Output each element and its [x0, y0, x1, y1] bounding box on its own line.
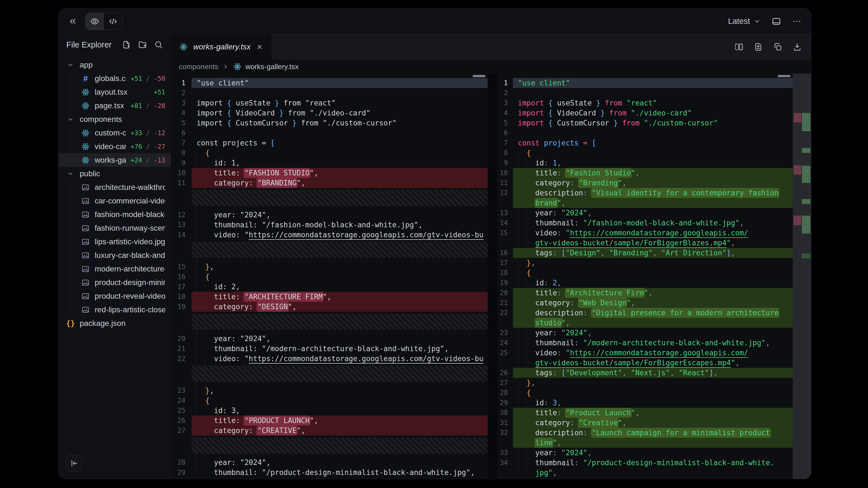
file-item-video-card.tsx[interactable]: video-card.tsx+76 / -27 [59, 140, 171, 153]
file-item-car-commercial-video[interactable]: car-commercial-video… [59, 194, 171, 208]
horizontal-scrollbar-thumb[interactable] [473, 75, 485, 77]
tab-works-gallery[interactable]: works-gallery.tsx [171, 34, 272, 60]
code-line[interactable]: 3import { useState } from "react" [171, 98, 488, 108]
code-line[interactable]: 8 { [171, 148, 488, 158]
code-line[interactable]: 16 { [171, 272, 488, 282]
file-item-product-reveal-video.j[interactable]: product-reveal-video.j… [59, 289, 171, 303]
collapse-panel-icon[interactable] [68, 17, 78, 26]
file-item-fashion-runway-scen[interactable]: fashion-runway-scen… [59, 221, 171, 235]
code-line[interactable]: 15 }, [171, 262, 488, 272]
code-line[interactable]: 1"use client" [497, 78, 793, 88]
code-line[interactable]: 32 description: "Launch campaign for a m… [497, 428, 793, 438]
file-item-product-design-minim[interactable]: product-design-minim… [59, 275, 171, 289]
code-line[interactable]: 23 year: "2024", [497, 328, 793, 338]
code-line[interactable]: 25 video: "https://commondatastorage.goo… [497, 348, 793, 358]
code-line[interactable]: 11 category: "Branding", [497, 178, 793, 188]
code-line[interactable]: 26 tags: ["Development", "Next.js", "Rea… [497, 368, 793, 378]
file-item-architecture-walkthro[interactable]: architecture-walkthro… [59, 181, 171, 194]
file-item-package.json[interactable]: {}package.json [59, 317, 171, 330]
diff-pane-original[interactable]: 1"use client"23import { useState } from … [171, 73, 488, 479]
code-line[interactable]: 26 title: "PRODUCT LAUNCH", [171, 416, 488, 426]
code-line[interactable]: 12 year: "2024", [171, 210, 488, 220]
code-line[interactable]: 14 video: "https://commondatastorage.goo… [171, 230, 488, 240]
breadcrumb-file[interactable]: works-gallery.tsx [233, 62, 299, 71]
code-line[interactable]: 10 title: "Fashion Studio", [497, 168, 793, 178]
code-line[interactable]: 11 category: "BRANDING", [171, 178, 488, 188]
code-line[interactable]: 13 year: "2024", [497, 208, 793, 218]
code-line[interactable]: 18 title: "ARCHITECTURE FIRM", [171, 292, 488, 302]
folder-item-app[interactable]: app [59, 58, 171, 72]
code-line[interactable]: 17 }, [497, 258, 793, 268]
diff-pane-modified[interactable]: 1"use client"23import { useState } from … [497, 73, 793, 479]
code-line[interactable]: 28 { [497, 388, 793, 398]
code-line[interactable]: 22 description: "Digital presence for a … [497, 308, 793, 318]
code-line[interactable]: 8 { [497, 148, 793, 158]
diff-minimap-scrollbar[interactable] [793, 73, 811, 479]
code-line[interactable]: 2 [497, 88, 793, 98]
tab-close-icon[interactable] [256, 43, 263, 51]
folder-item-components[interactable]: components [59, 112, 171, 126]
code-line[interactable]: 28 year: "2024", [171, 457, 488, 467]
file-item-custom-curs[interactable]: custom-curs…+33 / -12 [59, 126, 171, 140]
code-line-wrap[interactable]: jpg", [497, 468, 793, 478]
code-line[interactable]: 9 id: 1, [497, 158, 793, 168]
code-line[interactable]: 4import { VideoCard } from "./video-card… [171, 108, 488, 118]
code-line[interactable]: 15 video: "https://commondatastorage.goo… [497, 228, 793, 238]
code-line[interactable]: 7const projects = [ [497, 138, 793, 148]
code-line[interactable]: 27 }, [497, 378, 793, 388]
file-item-globals.css[interactable]: #globals.css+51 / -50 [59, 72, 171, 85]
code-line[interactable]: 6 [171, 128, 488, 138]
more-options-icon[interactable] [792, 17, 802, 26]
code-line[interactable]: 18 { [497, 268, 793, 278]
code-line[interactable]: 19 category: "DESIGN", [171, 302, 488, 312]
code-line[interactable]: 21 thumbnail: "/modern-architecture-blac… [171, 344, 488, 354]
preview-eye-toggle[interactable] [86, 13, 104, 30]
code-line[interactable]: 6 [497, 128, 793, 138]
new-file-icon[interactable] [122, 40, 131, 49]
code-line[interactable]: 9 id: 1, [171, 158, 488, 168]
collapse-sidebar-button[interactable] [66, 455, 83, 471]
code-line[interactable]: 10 title: "FASHION STUDIO", [171, 168, 488, 178]
file-item-works-galler[interactable]: works-galler…+24 / -13 [59, 153, 171, 167]
diff-view-icon[interactable] [754, 42, 763, 51]
code-line[interactable]: 17 id: 2, [171, 282, 488, 292]
code-line-wrap[interactable]: brand", [497, 198, 793, 208]
horizontal-scrollbar-thumb[interactable] [778, 75, 790, 77]
code-line[interactable]: 4import { VideoCard } from "./video-card… [497, 108, 793, 118]
code-line[interactable]: 31 category: "Creative", [497, 418, 793, 428]
code-view-toggle[interactable] [104, 13, 122, 30]
file-item-luxury-car-black-and-[interactable]: luxury-car-black-and-… [59, 249, 171, 262]
code-line[interactable]: 1"use client" [171, 78, 488, 88]
code-line-wrap[interactable]: studio", [497, 318, 793, 328]
code-line[interactable]: 24 { [171, 396, 488, 405]
code-line[interactable]: 29 id: 3, [497, 398, 793, 408]
code-line[interactable]: 14 thumbnail: "/fashion-model-black-and-… [497, 218, 793, 228]
split-view-icon[interactable] [735, 42, 743, 51]
code-line[interactable]: 21 category: "Web Design", [497, 298, 793, 308]
file-item-fashion-model-black-[interactable]: fashion-model-black-… [59, 208, 171, 221]
code-line[interactable]: 19 id: 2, [497, 278, 793, 288]
folder-item-public[interactable]: public [59, 167, 171, 181]
code-line[interactable]: 27 category: "CREATIVE", [171, 426, 488, 435]
code-line[interactable]: 2 [171, 88, 488, 98]
code-line[interactable]: 23 }, [171, 386, 488, 396]
code-line[interactable]: 7const projects = [ [171, 138, 488, 148]
code-line-wrap[interactable]: gtv-videos-bucket/sample/ForBiggerEscape… [497, 358, 793, 368]
code-line[interactable]: 20 year: "2024", [171, 334, 488, 344]
code-line[interactable]: 5import { CustomCursor } from "./custom-… [497, 118, 793, 128]
code-line[interactable]: 30 title: "Product Launch", [497, 408, 793, 418]
breadcrumb-root[interactable]: components [179, 62, 218, 71]
code-line[interactable]: 25 id: 3, [171, 405, 488, 416]
code-line[interactable]: 20 title: "Architecture Firm", [497, 288, 793, 298]
code-line[interactable]: 33 year: "2024", [497, 448, 793, 458]
code-line[interactable]: 16 tags: ["Design", "Branding", "Art Dir… [497, 248, 793, 258]
copy-icon[interactable] [773, 42, 782, 51]
file-item-red-lips-artistic-close[interactable]: red-lips-artistic-close… [59, 303, 171, 317]
search-icon[interactable] [154, 40, 163, 49]
file-item-lips-artistic-video.jpg[interactable]: lips-artistic-video.jpg [59, 235, 171, 249]
code-line[interactable]: 5import { CustomCursor } from "./custom-… [171, 118, 488, 128]
code-line[interactable]: 22 video: "https://commondatastorage.goo… [171, 354, 488, 364]
code-line-wrap[interactable]: line", [497, 438, 793, 448]
version-dropdown[interactable]: Latest [728, 17, 761, 26]
file-item-modern-architecture-[interactable]: modern-architecture-… [59, 262, 171, 275]
